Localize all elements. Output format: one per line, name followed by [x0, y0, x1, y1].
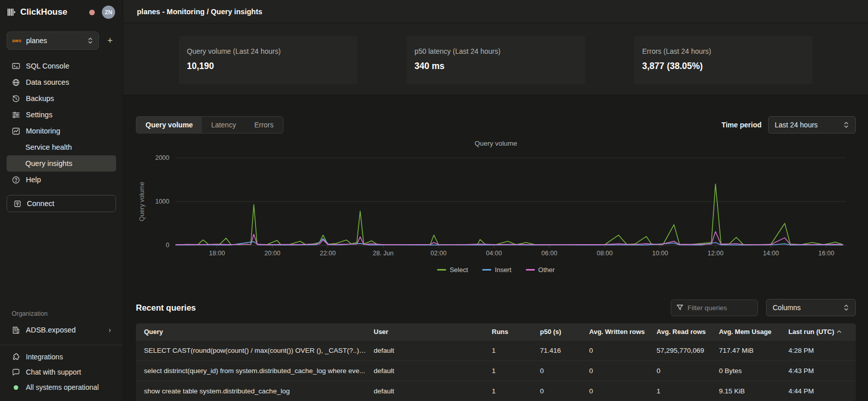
- stat-label: Query volume (Last 24 hours): [187, 47, 349, 55]
- sidebar-item-label: SQL Console: [26, 62, 69, 70]
- time-period-select[interactable]: Last 24 hours: [768, 116, 856, 133]
- sidebar-item-label: Backups: [26, 94, 54, 103]
- sidebar-item-label: Help: [26, 176, 41, 184]
- cell-avg-written: 0: [589, 347, 657, 354]
- cell-avg-read: 1: [657, 387, 719, 395]
- backup-clock-icon: [12, 94, 20, 103]
- main-area: planes - Monitoring / Query insights Que…: [123, 0, 868, 401]
- cell-p50: 71.416: [540, 347, 589, 354]
- col-header-avg-read[interactable]: Avg. Read rows: [657, 328, 719, 336]
- svg-text:18:00: 18:00: [209, 250, 225, 257]
- clickhouse-bars-icon: [8, 8, 16, 16]
- svg-text:16:00: 16:00: [818, 250, 834, 257]
- user-avatar[interactable]: ZN: [102, 6, 115, 19]
- recent-queries-table: Query User Runs p50 (s) Avg. Written row…: [136, 323, 856, 401]
- sidebar-item-help[interactable]: Help: [7, 172, 116, 188]
- page-header-bar: planes - Monitoring / Query insights: [123, 0, 868, 23]
- organization-switcher[interactable]: ADSB.exposed ›: [7, 322, 116, 338]
- table-row[interactable]: show create table system.distributed_cac…: [136, 381, 856, 401]
- service-selector[interactable]: aws planes: [7, 31, 99, 50]
- monitoring-chart-icon: [12, 127, 20, 136]
- stat-label: Errors (Last 24 hours): [642, 47, 805, 55]
- cell-last-run: 4:43 PM: [788, 367, 856, 375]
- cell-runs: 1: [492, 347, 540, 354]
- add-service-button[interactable]: +: [104, 36, 116, 46]
- svg-text:1000: 1000: [155, 198, 169, 205]
- cell-query: select distrinct(query_id) from system.d…: [144, 367, 374, 375]
- col-header-runs[interactable]: Runs: [492, 328, 540, 336]
- cell-user: default: [374, 347, 492, 354]
- chart-title: Query volume: [136, 140, 856, 149]
- sidebar-item-label: Data sources: [26, 78, 69, 86]
- cell-avg-mem: 717.47 MiB: [719, 347, 788, 354]
- col-header-avg-written[interactable]: Avg. Written rows: [589, 328, 657, 336]
- sidebar-footer: Integrations Chat with support All syste…: [0, 349, 123, 401]
- sidebar-nav: SQL Console Data sources Backups Setting…: [0, 58, 123, 188]
- time-period-label: Time period: [721, 121, 762, 129]
- col-header-p50[interactable]: p50 (s): [540, 328, 589, 336]
- cell-runs: 1: [492, 367, 540, 375]
- help-icon: [12, 176, 20, 184]
- sidebar-item-backups[interactable]: Backups: [7, 90, 116, 107]
- sidebar-item-data-sources[interactable]: Data sources: [7, 74, 116, 90]
- legend-item-insert[interactable]: Insert: [482, 266, 512, 274]
- sidebar-item-service-health[interactable]: Service health: [7, 139, 116, 155]
- cell-avg-written: 0: [589, 367, 657, 375]
- tab-query-volume[interactable]: Query volume: [136, 117, 202, 133]
- footer-item-label: Integrations: [26, 353, 63, 361]
- cell-avg-mem: 0 Bytes: [719, 367, 788, 375]
- legend-other-swatch: [526, 269, 535, 271]
- legend-item-select[interactable]: Select: [437, 266, 468, 274]
- columns-label: Columns: [773, 304, 801, 312]
- sidebar-item-integrations[interactable]: Integrations: [7, 349, 116, 364]
- connect-icon: [13, 199, 22, 208]
- organization-icon: [12, 326, 20, 335]
- svg-text:10:00: 10:00: [652, 250, 668, 257]
- notification-dot[interactable]: [89, 10, 95, 15]
- cell-avg-written: 0: [589, 387, 657, 395]
- sidebar-item-label: Settings: [26, 111, 52, 119]
- clickhouse-logo[interactable]: ClickHouse: [8, 7, 67, 17]
- stats-band: Query volume (Last 24 hours) 10,190 p50 …: [123, 23, 868, 95]
- legend-item-other[interactable]: Other: [526, 266, 555, 274]
- table-row[interactable]: SELECT CAST(round(pow(count() / max(coun…: [136, 340, 856, 360]
- sliders-icon: [12, 111, 20, 119]
- columns-select[interactable]: Columns: [766, 299, 856, 316]
- sidebar-item-sql-console[interactable]: SQL Console: [7, 58, 116, 74]
- sidebar-item-chat-support[interactable]: Chat with support: [7, 364, 116, 380]
- connect-button[interactable]: Connect: [7, 195, 116, 212]
- sidebar-item-label: Monitoring: [26, 127, 60, 135]
- col-header-avg-mem[interactable]: Avg. Mem Usage: [719, 328, 788, 336]
- cell-last-run: 4:28 PM: [788, 347, 856, 354]
- sidebar-item-label: Query insights: [25, 159, 73, 168]
- table-row[interactable]: select distrinct(query_id) from system.d…: [136, 360, 856, 381]
- svg-text:28. Jun: 28. Jun: [373, 250, 393, 257]
- status-label: All systems operational: [26, 383, 99, 391]
- col-header-query[interactable]: Query: [144, 328, 374, 336]
- stat-card-query-volume: Query volume (Last 24 hours) 10,190: [179, 36, 357, 84]
- svg-text:04:00: 04:00: [486, 250, 502, 257]
- sidebar-item-monitoring[interactable]: Monitoring: [7, 123, 116, 139]
- chevron-right-icon: ›: [108, 326, 111, 334]
- chart-section: Query volume 01000200018:0020:0022:0028.…: [136, 140, 856, 274]
- organization-name: ADSB.exposed: [26, 326, 76, 334]
- filter-queries-input[interactable]: [688, 304, 748, 312]
- service-name: planes: [26, 37, 83, 45]
- table-header-row: Query User Runs p50 (s) Avg. Written row…: [136, 323, 856, 340]
- cell-query: show create table system.distributed_cac…: [144, 387, 374, 395]
- sidebar-item-settings[interactable]: Settings: [7, 107, 116, 123]
- query-volume-chart[interactable]: 01000200018:0020:0022:0028. Jun02:0004:0…: [136, 149, 856, 258]
- funnel-icon: [676, 304, 683, 311]
- col-header-last-run[interactable]: Last run (UTC): [788, 328, 856, 336]
- svg-text:14:00: 14:00: [763, 250, 779, 257]
- legend-label: Select: [450, 266, 468, 274]
- svg-text:06:00: 06:00: [541, 250, 557, 257]
- tab-latency[interactable]: Latency: [202, 117, 245, 133]
- col-header-user[interactable]: User: [374, 328, 492, 336]
- breadcrumb: planes - Monitoring / Query insights: [137, 8, 262, 16]
- tab-errors[interactable]: Errors: [245, 117, 282, 133]
- sidebar-item-query-insights[interactable]: Query insights: [7, 155, 116, 172]
- sidebar-divider: [0, 345, 123, 345]
- system-status[interactable]: All systems operational: [7, 380, 116, 395]
- svg-text:0: 0: [166, 242, 169, 249]
